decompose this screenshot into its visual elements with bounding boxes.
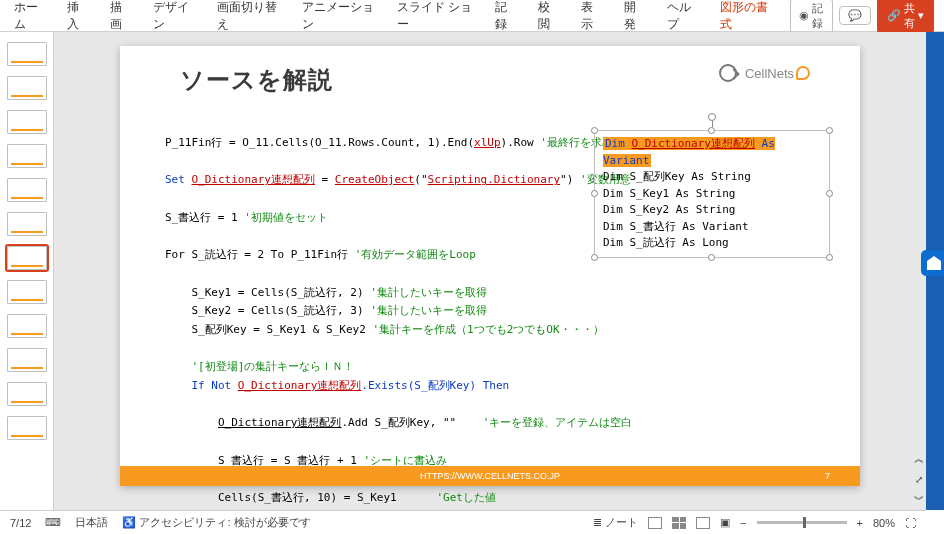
status-bar: 7/12 ⌨ 日本語 ♿ アクセシビリティ: 検討が必要です ≣ ノート ▣ −…: [0, 510, 926, 534]
cellnets-logo: CellNets: [745, 66, 810, 81]
main-area: ソースを解説 CellNets P_11Fin行 = O_11.Cells(O_…: [0, 32, 944, 510]
resize-handle[interactable]: [708, 254, 715, 261]
chevron-up-icon[interactable]: ︽: [914, 452, 924, 466]
right-sidebar: [926, 32, 944, 510]
slide-thumbnail[interactable]: [7, 212, 47, 236]
fullscreen-icon[interactable]: ⤢: [915, 474, 923, 485]
slide-thumbnail[interactable]: [7, 314, 47, 338]
resize-handle[interactable]: [826, 190, 833, 197]
sorter-view-icon[interactable]: [672, 517, 686, 529]
resize-handle[interactable]: [591, 190, 598, 197]
resize-handle[interactable]: [591, 254, 598, 261]
resize-handle[interactable]: [826, 254, 833, 261]
record-label: 記録: [812, 1, 824, 31]
normal-view-icon[interactable]: [648, 517, 662, 529]
slide-thumbnail[interactable]: [7, 280, 47, 304]
comments-button[interactable]: 💬: [839, 6, 871, 25]
dropbox-badge[interactable]: [921, 250, 944, 276]
slide-counter: 7/12: [10, 517, 31, 529]
ribbon-right: ◉ 記録 💬 🔗 共有 ▾: [790, 0, 934, 34]
slide-title: ソースを解説: [180, 64, 333, 96]
slideshow-view-icon[interactable]: ▣: [720, 516, 730, 529]
selected-textbox[interactable]: Dim O_Dictionary連想配列 As Variant Dim S_配列…: [594, 130, 830, 258]
collapse-controls: ︽ ⤢ ︾: [914, 452, 924, 507]
notes-button[interactable]: ≣ ノート: [593, 515, 638, 530]
reading-view-icon[interactable]: [696, 517, 710, 529]
slide-thumbnail[interactable]: [7, 76, 47, 100]
slide-thumbnail[interactable]: [7, 178, 47, 202]
thumbnail-panel: [0, 32, 54, 510]
ribbon-tabs: ホーム 挿入 描画 デザイン 画面切り替え アニメーション スライド ショー 記…: [0, 0, 944, 32]
slide-thumbnail[interactable]: [7, 110, 47, 134]
resize-handle[interactable]: [826, 127, 833, 134]
zoom-level[interactable]: 80%: [873, 517, 895, 529]
zoom-out-icon[interactable]: −: [740, 517, 746, 529]
logo-area: CellNets: [719, 64, 810, 82]
slide-thumbnail[interactable]: [7, 416, 47, 440]
slide-thumbnail[interactable]: [7, 382, 47, 406]
share-button[interactable]: 🔗 共有 ▾: [877, 0, 934, 34]
share-label: 共有: [904, 1, 915, 31]
resize-handle[interactable]: [708, 127, 715, 134]
footer-url: HTTPS://WWW.CELLNETS.CO.JP: [420, 471, 560, 481]
zoom-in-icon[interactable]: +: [857, 517, 863, 529]
slide-thumbnail[interactable]: [7, 144, 47, 168]
language-label[interactable]: 日本語: [75, 515, 108, 530]
slide-page-number: 7: [825, 471, 830, 481]
record-button[interactable]: ◉ 記録: [790, 0, 833, 34]
accessibility-label[interactable]: ♿ アクセシビリティ: 検討が必要です: [122, 515, 310, 530]
slide-footer: HTTPS://WWW.CELLNETS.CO.JP 7: [120, 466, 860, 486]
chevron-down-icon[interactable]: ︾: [914, 493, 924, 507]
slide-thumbnail-active[interactable]: [7, 246, 47, 270]
refresh-icon: [719, 64, 737, 82]
fit-window-icon[interactable]: ⛶: [905, 517, 916, 529]
slide-thumbnail[interactable]: [7, 348, 47, 372]
slide-editor[interactable]: ソースを解説 CellNets P_11Fin行 = O_11.Cells(O_…: [54, 32, 926, 510]
slide-canvas[interactable]: ソースを解説 CellNets P_11Fin行 = O_11.Cells(O_…: [120, 46, 860, 486]
spell-icon[interactable]: ⌨: [45, 516, 61, 529]
rotate-handle[interactable]: [708, 113, 716, 121]
resize-handle[interactable]: [591, 127, 598, 134]
slide-thumbnail[interactable]: [7, 42, 47, 66]
zoom-slider[interactable]: [757, 521, 847, 524]
